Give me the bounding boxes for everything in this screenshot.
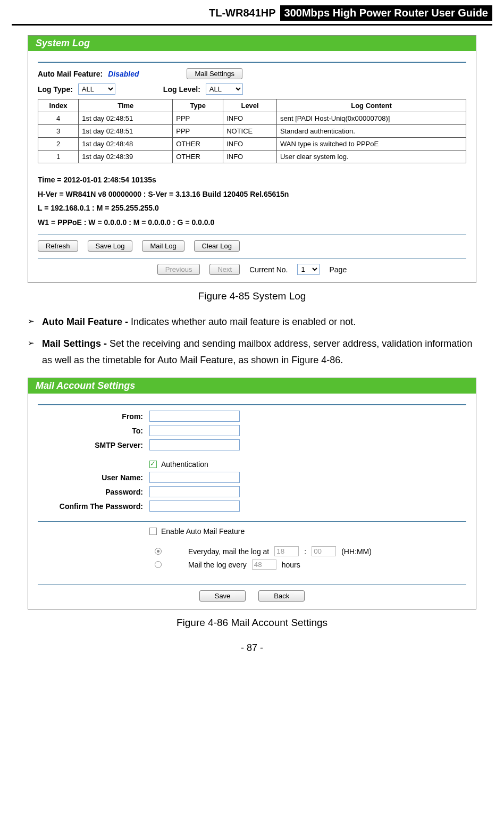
col-index: Index xyxy=(38,99,79,112)
table-row: 1 1st day 02:48:39 OTHER INFO User clear… xyxy=(38,151,466,163)
save-log-button[interactable]: Save Log xyxy=(88,240,133,252)
col-time: Time xyxy=(79,99,173,112)
clear-log-button[interactable]: Clear Log xyxy=(194,240,240,252)
hhmm-hint: (HH:MM) xyxy=(341,547,372,556)
model-number: TL-WR841HP xyxy=(209,7,276,19)
list-item: ➢ Mail Settings - Set the receiving and … xyxy=(28,336,476,368)
from-label: From: xyxy=(38,412,149,421)
col-type: Type xyxy=(173,99,223,112)
confirm-password-label: Confirm The Password: xyxy=(38,502,149,511)
doc-header: TL-WR841HP 300Mbps High Power Router Use… xyxy=(0,0,504,24)
confirm-password-input[interactable] xyxy=(149,500,240,512)
back-button[interactable]: Back xyxy=(258,590,305,602)
radio-everyday[interactable] xyxy=(155,548,162,555)
refresh-button[interactable]: Refresh xyxy=(38,240,78,252)
log-table: Index Time Type Level Log Content 4 1st … xyxy=(38,99,466,163)
doc-title: 300Mbps High Power Router User Guide xyxy=(280,5,492,21)
table-row: 2 1st day 02:48:48 OTHER INFO WAN type i… xyxy=(38,138,466,151)
header-rule xyxy=(12,24,492,26)
col-content: Log Content xyxy=(276,99,466,112)
to-input[interactable] xyxy=(149,425,240,436)
list-item: ➢ Auto Mail Feature - Indicates whether … xyxy=(28,314,476,330)
table-row: 4 1st day 02:48:51 PPP INFO sent [PADI H… xyxy=(38,112,466,125)
save-button[interactable]: Save xyxy=(199,590,246,602)
page-select[interactable]: 1 xyxy=(297,264,320,275)
log-level-select[interactable]: ALL xyxy=(206,84,243,95)
mail-settings-button[interactable]: Mail Settings xyxy=(187,68,242,79)
chevron-icon: ➢ xyxy=(28,314,35,330)
system-info-block: Time = 2012-01-01 2:48:54 10135s H-Ver =… xyxy=(38,173,466,229)
system-log-panel: System Log Auto Mail Feature: Disabled M… xyxy=(28,35,476,283)
page-label: Page xyxy=(329,265,347,274)
col-level: Level xyxy=(223,99,277,112)
log-level-label: Log Level: xyxy=(163,85,200,94)
interval-label-pre: Mail the log every xyxy=(188,561,247,569)
interval-label-post: hours xyxy=(282,561,300,569)
enable-automail-label: Enable Auto Mail Feature xyxy=(161,527,245,536)
page-number: - 87 - xyxy=(0,642,504,654)
mail-log-button[interactable]: Mail Log xyxy=(142,240,184,252)
interval-hours-input[interactable] xyxy=(252,560,276,570)
auto-mail-status: Disabled xyxy=(108,70,139,78)
figure-caption-85: Figure 4-85 System Log xyxy=(28,290,476,302)
to-label: To: xyxy=(38,427,149,435)
enable-automail-checkbox[interactable] xyxy=(149,528,157,535)
mail-settings-panel: Mail Account Settings From: To: SMTP Ser… xyxy=(28,378,476,609)
table-row: 3 1st day 02:48:51 PPP NOTICE Standard a… xyxy=(38,125,466,138)
smtp-input[interactable] xyxy=(149,439,240,450)
bullet-list: ➢ Auto Mail Feature - Indicates whether … xyxy=(28,314,476,368)
password-label: Password: xyxy=(38,488,149,496)
everyday-label: Everyday, mail the log at xyxy=(188,547,269,556)
current-no-label: Current No. xyxy=(249,265,288,274)
radio-interval[interactable] xyxy=(155,561,162,568)
smtp-label: SMTP Server: xyxy=(38,441,149,449)
figure-caption-86: Figure 4-86 Mail Account Settings xyxy=(28,617,476,629)
username-label: User Name: xyxy=(38,473,149,482)
auth-checkbox[interactable] xyxy=(149,461,157,468)
mail-settings-title: Mail Account Settings xyxy=(28,378,476,394)
from-input[interactable] xyxy=(149,411,240,422)
auth-label: Authentication xyxy=(161,460,208,469)
prev-page-button[interactable]: Previous xyxy=(157,264,200,275)
next-page-button[interactable]: Next xyxy=(209,264,240,275)
chevron-icon: ➢ xyxy=(28,336,35,368)
username-input[interactable] xyxy=(149,472,240,483)
password-input[interactable] xyxy=(149,486,240,497)
system-log-title: System Log xyxy=(28,36,476,51)
log-type-select[interactable]: ALL xyxy=(78,84,115,95)
mm-input[interactable] xyxy=(312,546,336,556)
hh-input[interactable] xyxy=(274,546,299,556)
auto-mail-label: Auto Mail Feature: xyxy=(38,70,103,78)
log-type-label: Log Type: xyxy=(38,85,73,94)
